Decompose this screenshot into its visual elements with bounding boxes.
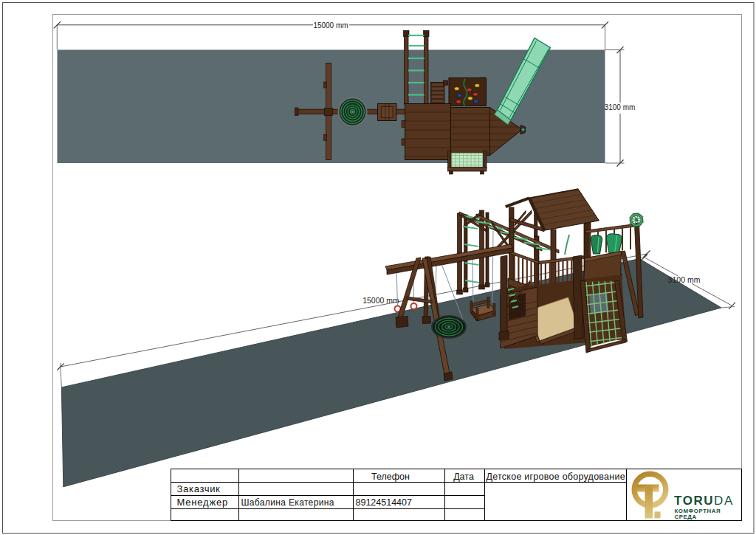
svg-text:Детское игровое оборудование: Детское игровое оборудование xyxy=(487,472,625,482)
svg-text:Дата: Дата xyxy=(453,472,474,482)
svg-text:3100 mm: 3100 mm xyxy=(605,103,636,111)
svg-text:15000 mm: 15000 mm xyxy=(313,21,348,30)
svg-text:Заказчик: Заказчик xyxy=(177,483,221,494)
svg-text:Менеджер: Менеджер xyxy=(177,497,228,508)
svg-text:TORUDA: TORUDA xyxy=(674,494,734,508)
svg-text:3100 mm: 3100 mm xyxy=(668,275,701,284)
svg-text:15000 mm: 15000 mm xyxy=(362,296,399,305)
svg-text:89124514407: 89124514407 xyxy=(356,497,413,508)
svg-text:Телефон: Телефон xyxy=(371,472,410,482)
svg-text:Шабалина Екатерина: Шабалина Екатерина xyxy=(241,497,334,508)
svg-text:СРЕДА: СРЕДА xyxy=(675,514,697,520)
